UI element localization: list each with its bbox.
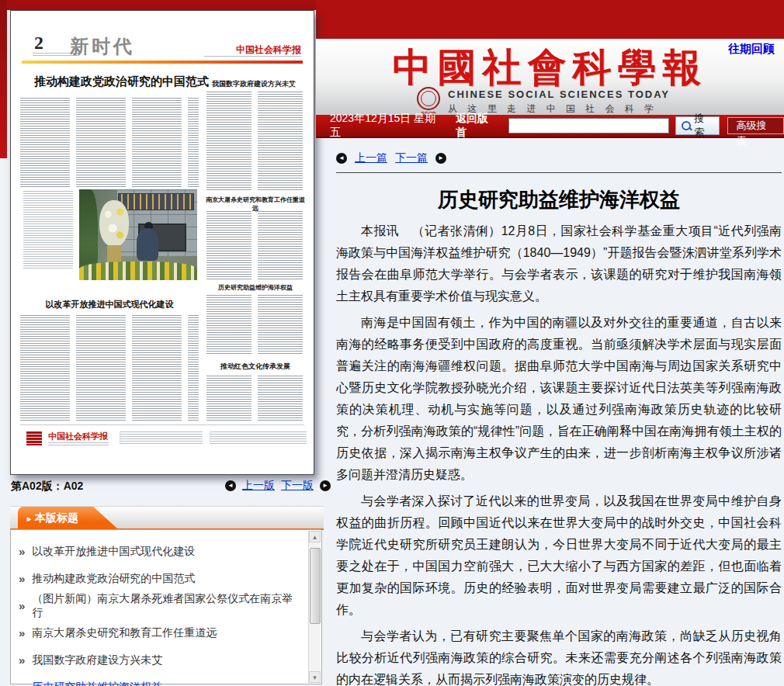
greeked-text [188, 315, 199, 422]
prev-article-icon[interactable]: ◄ [336, 153, 347, 164]
thumb-page-number: 2 [34, 33, 43, 54]
greeked-text [120, 431, 203, 444]
double-arrow-icon: » [19, 546, 25, 557]
date-text: 2023年12月15日 星期五 [330, 112, 443, 140]
person-figure [137, 228, 158, 261]
greeked-text [132, 315, 182, 422]
masthead-logo-row: SSCP CHINESE SOCIAL SCIENCES TODAY 从 这 里… [417, 87, 670, 116]
greeked-text [20, 315, 70, 422]
next-article-icon[interactable]: ► [435, 153, 446, 164]
article-paragraph: 与会学者认为，已有研究主要聚焦单个国家的南海政策，尚缺乏从历史视角比较分析近代列… [336, 625, 782, 686]
prev-page-link[interactable]: 上一版 [242, 479, 275, 493]
double-arrow-icon: » [19, 681, 25, 686]
double-arrow-icon: » [19, 573, 25, 584]
double-arrow-icon: » [19, 600, 25, 612]
prev-page-icon[interactable]: ◄ [225, 480, 236, 491]
greeked-text [132, 98, 182, 188]
headlines-panel: ▸本版标题 »以改革开放推进中国式现代化建设 »推动构建政党政治研究的中国范式 … [10, 506, 324, 686]
greeked-text [258, 92, 303, 191]
headline-link[interactable]: 推动构建政党政治研究的中国范式 [32, 572, 195, 586]
greeked-text [206, 295, 252, 355]
photo-caption-greek [23, 191, 73, 269]
thumb-masthead: 中国社会科学报 [236, 43, 301, 57]
list-item[interactable]: »（图片新闻）南京大屠杀死难者国家公祭仪式在南京举行 [19, 592, 303, 619]
scroll-down-icon[interactable]: ▼ [309, 671, 321, 683]
next-page-icon[interactable]: ► [320, 480, 331, 491]
article-paragraph: 本报讯 （记者张清俐）12月8日，国家社会科学基金重大项目“近代列强南海政策与中… [336, 220, 782, 307]
greeked-text [76, 98, 126, 188]
next-article-link[interactable]: 下一篇 [395, 151, 428, 165]
header-red-band [316, 0, 784, 39]
list-item[interactable]: »推动构建政党政治研究的中国范式 [19, 565, 303, 592]
flower-wreath [99, 200, 129, 247]
advanced-search-button[interactable]: 高级搜索 [727, 117, 784, 134]
page-label: 第A02版：A02 [11, 480, 83, 494]
greeked-text [20, 98, 70, 188]
memorial-photo [79, 189, 197, 280]
headline-link[interactable]: 我国数字政府建设方兴未艾 [32, 653, 162, 667]
thumb-footer-brand: 中国社会科学报 [48, 431, 108, 442]
headline-list: »以改革开放推进中国式现代化建设 »推动构建政党政治研究的中国范式 »（图片新闻… [19, 538, 303, 686]
thumb-footer-url-greek [48, 442, 109, 445]
list-item[interactable]: »以改革开放推进中国式现代化建设 [19, 538, 303, 565]
masthead-title: 中國社會科學報 [316, 42, 784, 94]
thumb-headline-digital-gov: 我国数字政府建设方兴未艾 [206, 79, 301, 89]
article-paragraph: 与会学者深入探讨了近代以来的世界变局，以及我国在世界变局中维护自身权益的曲折历程… [336, 490, 782, 621]
list-item-current[interactable]: »历史研究助益维护海洋权益 [19, 674, 303, 686]
double-arrow-icon: » [19, 654, 25, 666]
list-item[interactable]: »南京大屠杀史研究和教育工作任重道远 [19, 619, 303, 646]
page-nav-bar: 第A02版：A02 ◄ 上一版 下一版 ► [11, 479, 331, 494]
greeked-text [258, 211, 303, 279]
greeked-text [206, 211, 252, 279]
scrollbar-thumb[interactable] [310, 548, 321, 624]
thumb-footer: 中国社会科学报 [20, 424, 304, 456]
greeked-text [206, 376, 252, 422]
masthead-subtitle-en: CHINESE SOCIAL SCIENCES TODAY [448, 88, 670, 100]
article-body: 本报讯 （记者张清俐）12月8日，国家社会科学基金重大项目“近代列强南海政策与中… [336, 220, 782, 686]
thumb-headline-nanjing: 南京大屠杀史研究和教育工作任重道远 [205, 196, 306, 213]
thumb-headline-main: 推动构建政党政治研究的中国范式 [34, 74, 211, 89]
tab-arrow-icon: ▸ [27, 514, 31, 523]
thumb-headline-history: 历史研究助益维护海洋权益 [206, 283, 304, 292]
greeked-text [188, 98, 199, 188]
greeked-text [258, 376, 303, 422]
memorial-inscription [118, 193, 194, 210]
thumb-section-title: 新时代 [70, 34, 135, 59]
flower-bed [79, 262, 197, 280]
search-input[interactable] [508, 118, 668, 133]
sscp-seal-icon [417, 87, 440, 110]
article-nav: ◄ 上一篇 下一篇 ► [336, 151, 446, 165]
masthead-banner: 中國社會科學報 SSCP CHINESE SOCIAL SCIENCES TOD… [316, 39, 784, 115]
greeked-text [210, 431, 307, 444]
search-icon [682, 121, 692, 131]
headline-link[interactable]: 以改革开放推进中国式现代化建设 [32, 545, 195, 559]
headline-link-current[interactable]: 历史研究助益维护海洋权益 [32, 681, 162, 686]
date-bar: 2023年12月15日 星期五 返回版首 搜索 高级搜索 [316, 115, 784, 138]
article-title: 历史研究助益维护海洋权益 [336, 186, 782, 213]
search-button[interactable]: 搜索 [675, 116, 720, 135]
prev-article-link[interactable]: 上一篇 [355, 151, 387, 165]
greeked-text [258, 295, 303, 355]
headline-link[interactable]: （图片新闻）南京大屠杀死难者国家公祭仪式在南京举行 [32, 592, 303, 620]
scroll-up-icon[interactable]: ▲ [309, 531, 321, 542]
double-arrow-icon: » [19, 627, 25, 639]
page-root: 2 新时代 中国社会科学报 推动构建政党政治研究的中国范式 我国数字政府建设方兴… [0, 0, 784, 686]
newspaper-page-preview[interactable]: 2 新时代 中国社会科学报 推动构建政党政治研究的中国范式 我国数字政府建设方兴… [10, 10, 314, 475]
left-red-accent [0, 0, 7, 158]
panel-header-bar: ▸本版标题 [10, 506, 324, 530]
panel-scrollbar[interactable]: ▲ ▼ [308, 531, 321, 683]
article-divider [336, 172, 782, 173]
thumb-headline-reform: 以改革开放推进中国式现代化建设 [20, 299, 199, 310]
thumb-gradient-rule [22, 61, 303, 64]
thumb-headline-red-culture: 推动红色文化传承发展 [206, 362, 304, 372]
archive-link[interactable]: 往期回顾 [728, 42, 775, 57]
next-page-link[interactable]: 下一版 [281, 479, 314, 493]
list-item[interactable]: »我国数字政府建设方兴未艾 [19, 646, 303, 674]
panel-tab: ▸本版标题 [18, 507, 117, 528]
search-button-label: 搜索 [694, 112, 713, 140]
panel-title: 本版标题 [35, 511, 78, 524]
subscribe-stamp-icon [26, 431, 42, 445]
thumb-masthead-contact-greek [204, 56, 301, 58]
back-to-front-link[interactable]: 返回版首 [456, 112, 498, 140]
headline-link[interactable]: 南京大屠杀史研究和教育工作任重道远 [32, 626, 217, 640]
